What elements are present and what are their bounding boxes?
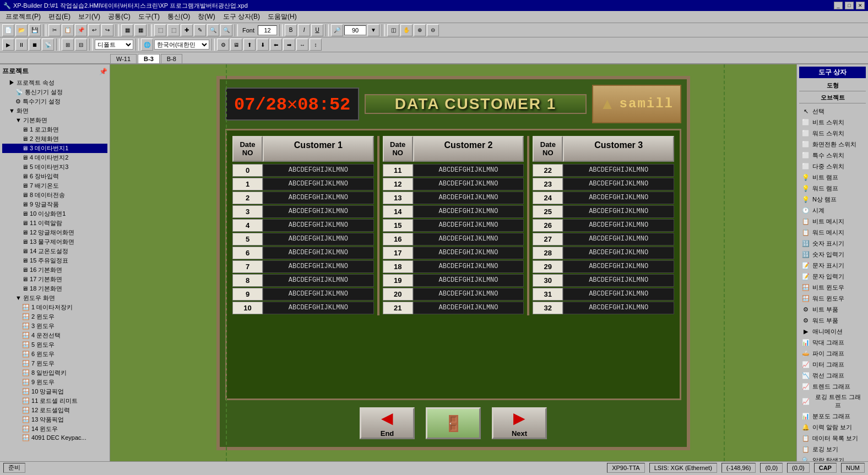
tb-zoom-dropdown[interactable]: ▼ xyxy=(367,24,379,36)
tab-w11[interactable]: W-11 xyxy=(110,54,137,63)
rp-pie-graph[interactable]: 🥧파이 그래프 xyxy=(799,348,866,359)
tb-b12[interactable]: ◫ xyxy=(387,24,399,36)
sidebar-item-error[interactable]: 🖥 10 이상화면1 xyxy=(2,209,107,219)
menu-view[interactable]: 보기(V) xyxy=(75,11,104,23)
tb-new[interactable]: 📄 xyxy=(2,24,14,36)
tb2-b6[interactable]: ⊟ xyxy=(75,39,87,51)
rp-animation[interactable]: ▶애니메이션 xyxy=(799,326,866,337)
sidebar-item-w1[interactable]: 🪟 1 데이타저장키 xyxy=(2,303,107,312)
sidebar-item-comm-settings[interactable]: 📡 통신기기 설정 xyxy=(2,88,107,97)
sidebar-item-w14[interactable]: 🪟 14 윈도우 xyxy=(2,424,107,434)
sidebar-pin[interactable]: 📌 xyxy=(99,68,107,75)
menu-comm[interactable]: 통신(O) xyxy=(164,11,193,23)
close-button[interactable]: ✕ xyxy=(856,2,865,9)
tab-b8[interactable]: B-8 xyxy=(161,54,182,63)
sidebar-item-data1[interactable]: 🖥 3 데이타번지1 xyxy=(2,144,107,153)
rp-meter-graph[interactable]: 📈미터 그래프 xyxy=(799,359,866,370)
sidebar-item-w6[interactable]: 🪟 6 윈도우 xyxy=(2,350,107,359)
tb-zoom[interactable]: 🔎 xyxy=(331,24,343,36)
rp-dist-graph[interactable]: 📊분포도 그래프 xyxy=(799,411,866,422)
font-size-input[interactable] xyxy=(258,25,277,35)
menu-common[interactable]: 공통(C) xyxy=(105,11,134,23)
rp-screen-switch[interactable]: ⬜화면전환 스위치 xyxy=(799,139,866,150)
rp-line-graph[interactable]: 📉꺾선 그래프 xyxy=(799,370,866,381)
rp-bar-graph[interactable]: 📊막대 그래프 xyxy=(799,337,866,348)
tb-b2[interactable]: ▦ xyxy=(134,24,147,36)
rp-bit-part[interactable]: ⚙비트 부품 xyxy=(799,304,866,315)
sidebar-item-window-screen[interactable]: ▼ 윈도우 화면 xyxy=(2,293,107,303)
sidebar-item-w8[interactable]: 🪟 8 일반입력키 xyxy=(2,368,107,378)
tb-b9[interactable]: B xyxy=(285,24,297,36)
menu-project[interactable]: 프로젝트(P) xyxy=(2,11,44,23)
rp-word-window[interactable]: 🪟워드 윈도우 xyxy=(799,293,866,304)
rp-num-input[interactable]: 🔢숫자 입력기 xyxy=(799,249,866,260)
sidebar-item-equip[interactable]: 🖥 6 장바입력 xyxy=(2,172,107,181)
tb-b15[interactable]: ⊖ xyxy=(427,24,439,36)
sidebar-item-w2[interactable]: 🪟 2 윈도우 xyxy=(2,312,107,321)
sidebar-item-basic-screen[interactable]: ▼ 기본화면 xyxy=(2,116,107,125)
tb-b4[interactable]: ⬚ xyxy=(167,24,180,36)
tb2-b2[interactable]: ⏸ xyxy=(15,39,28,51)
sidebar-item-data2[interactable]: 🖥 4 데이타번지2 xyxy=(2,153,107,162)
rp-log-view[interactable]: 📋로깅 보기 xyxy=(799,444,866,455)
rp-special-switch[interactable]: ⬜특수 스위치 xyxy=(799,150,866,161)
sidebar-item-special-settings[interactable]: ⚙ 특수기기 설정 xyxy=(2,97,107,106)
tb2-b13[interactable]: ↔ xyxy=(296,39,308,51)
sidebar-item-w7[interactable]: 🪟 7 윈도우 xyxy=(2,359,107,368)
tb-save[interactable]: 💾 xyxy=(29,24,41,36)
sidebar-item-w13[interactable]: 🪟 13 약품픽업 xyxy=(2,415,107,424)
menu-tools[interactable]: 도구(T) xyxy=(135,11,163,23)
tb-b10[interactable]: I xyxy=(298,24,310,36)
tb2-lang[interactable]: 🌐 xyxy=(141,39,153,51)
tb2-b9[interactable]: ⬆ xyxy=(243,39,256,51)
lang-select[interactable]: 한국어(대한민 xyxy=(154,40,209,50)
sidebar-item-data3[interactable]: 🖥 5 데이타번지3 xyxy=(2,162,107,172)
tb2-b3[interactable]: ⏹ xyxy=(29,39,41,51)
tb-b7[interactable]: 🔍 xyxy=(207,24,219,36)
rp-n-lamp[interactable]: 💡N상 램프 xyxy=(799,194,866,205)
sidebar-item-temp[interactable]: 🖥 7 배기온도 xyxy=(2,181,107,190)
sidebar-item-w9[interactable]: 🪟 9 윈도우 xyxy=(2,378,107,387)
menu-toolbox[interactable]: 도구 상자(B) xyxy=(220,11,263,23)
tb-paste[interactable]: 📌 xyxy=(75,24,87,36)
sidebar-item-schedule[interactable]: 🖥 15 주유일정표 xyxy=(2,256,107,265)
rp-trend-graph[interactable]: 📈트렌드 그래프 xyxy=(799,381,866,392)
sidebar-item-transfer[interactable]: 🖥 8 데이터전송 xyxy=(2,190,107,200)
tb-b14[interactable]: ⊕ xyxy=(414,24,426,36)
sidebar-item-product[interactable]: 🖥 9 망글작품 xyxy=(2,200,107,209)
tb-b13[interactable]: ✋ xyxy=(400,24,413,36)
sidebar-item-project-attr[interactable]: ▶ 프로젝트 속성 xyxy=(2,78,107,88)
rp-multi-switch[interactable]: ⬜다중 스위치 xyxy=(799,161,866,172)
tb-cut[interactable]: ✂ xyxy=(48,24,61,36)
sidebar-item-w5[interactable]: 🪟 5 윈도우 xyxy=(2,340,107,350)
rp-select[interactable]: ↖선택 xyxy=(799,106,866,117)
sidebar-item-basic16[interactable]: 🖥 16 기본화면 xyxy=(2,265,107,275)
tb2-b10[interactable]: ⬇ xyxy=(257,39,269,51)
tb-copy[interactable]: 📋 xyxy=(62,24,74,36)
display-mode-select[interactable]: 디폴트 xyxy=(95,40,133,50)
tb-b3[interactable]: ⬚ xyxy=(154,24,166,36)
sidebar-item-basic18[interactable]: 🖥 18 기본화면 xyxy=(2,284,107,293)
rp-num-display[interactable]: 🔢숫자 표시기 xyxy=(799,238,866,249)
tb-b8[interactable]: 🔍 xyxy=(220,24,232,36)
sidebar-item-w12[interactable]: 🪟 12 로드셀입력 xyxy=(2,406,107,415)
tb2-b1[interactable]: ▶ xyxy=(2,39,14,51)
sidebar-item-full[interactable]: 🖥 2 전체화면 xyxy=(2,134,107,144)
tb2-b11[interactable]: ⬅ xyxy=(270,39,282,51)
rp-word-part[interactable]: ⚙워드 부품 xyxy=(799,315,866,326)
sidebar-item-ctrl1[interactable]: 🖥 12 망글채어화면 xyxy=(2,228,107,237)
rp-bit-msg[interactable]: 📋비트 메시지 xyxy=(799,216,866,227)
minimize-button[interactable]: _ xyxy=(834,2,843,9)
tb2-b4[interactable]: 📡 xyxy=(42,39,54,51)
tab-b3[interactable]: B-3 xyxy=(138,54,160,63)
tb-b5[interactable]: ✚ xyxy=(181,24,193,36)
sidebar-item-ctrl2[interactable]: 🖥 13 물구제어화면 xyxy=(2,237,107,247)
rp-log-trend-graph[interactable]: 📈로깅 트렌드 그래프 xyxy=(799,392,866,411)
menu-window[interactable]: 창(W) xyxy=(194,11,218,23)
tb2-b14[interactable]: ↕ xyxy=(310,39,322,51)
rp-bit-switch[interactable]: ⬜비트 스위치 xyxy=(799,117,866,128)
sidebar-item-basic17[interactable]: 🖥 17 기본화면 xyxy=(2,275,107,284)
sidebar-item-screen[interactable]: ▼ 화면 xyxy=(2,106,107,116)
maximize-button[interactable]: □ xyxy=(845,2,854,9)
rp-clock[interactable]: 🕐시계 xyxy=(799,205,866,216)
